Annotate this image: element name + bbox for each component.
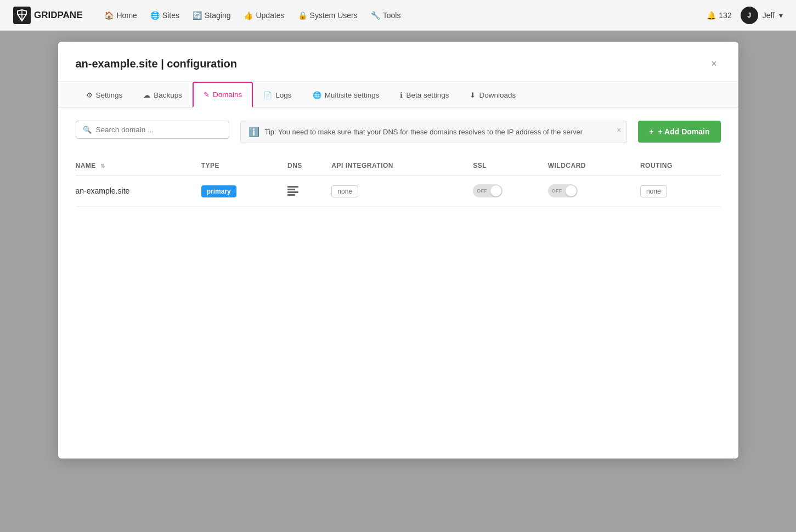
col-name: NAME ⇅ xyxy=(76,156,201,176)
nav-tools[interactable]: 🔧 Tools xyxy=(371,11,401,20)
nav-right: 🔔 132 J Jeff ▾ xyxy=(707,7,783,24)
ssl-toggle-knob xyxy=(490,185,501,196)
backups-icon: ☁ xyxy=(143,91,150,99)
nav-staging[interactable]: 🔄 Staging xyxy=(193,11,230,20)
logs-icon: 📄 xyxy=(263,91,272,99)
user-name: Jeff xyxy=(763,11,775,20)
table-body: an-example.site primary xyxy=(76,176,721,207)
staging-icon: 🔄 xyxy=(193,11,202,20)
configuration-modal: an-example.site | configuration × ⚙ Sett… xyxy=(58,42,738,459)
bell-icon: 🔔 xyxy=(707,11,716,20)
dns-line-1 xyxy=(287,186,298,188)
domain-toolbar: 🔍 ℹ️ Tip: You need to make sure that you… xyxy=(76,121,721,143)
cell-type: primary xyxy=(201,176,287,207)
cell-ssl: OFF xyxy=(473,176,548,207)
downloads-icon: ⬇ xyxy=(470,91,476,99)
modal-body: 🔍 ℹ️ Tip: You need to make sure that you… xyxy=(58,107,738,220)
wildcard-toggle-knob xyxy=(566,185,577,196)
logo[interactable]: GRIDPANE xyxy=(13,7,82,24)
modal-title: an-example.site | configuration xyxy=(76,58,238,70)
search-input[interactable] xyxy=(96,126,222,134)
search-box[interactable]: 🔍 xyxy=(76,121,229,139)
nav-system-users[interactable]: 🔒 System Users xyxy=(298,11,358,20)
domain-table: NAME ⇅ TYPE DNS API INTEGRATION xyxy=(76,156,721,207)
cell-routing: none xyxy=(640,176,721,207)
modal-overlay: an-example.site | configuration × ⚙ Sett… xyxy=(0,31,796,532)
dns-line-2 xyxy=(287,189,295,190)
wildcard-toggle-label: OFF xyxy=(552,188,562,194)
beta-icon: ℹ xyxy=(400,91,403,99)
top-navigation: GRIDPANE 🏠 Home 🌐 Sites 🔄 Staging 👍 Upda… xyxy=(0,0,796,31)
col-wildcard: WILDCARD xyxy=(548,156,640,176)
tip-text: Tip: You need to make sure that your DNS… xyxy=(265,128,583,136)
col-routing: ROUTING xyxy=(640,156,721,176)
close-icon: × xyxy=(711,58,717,70)
user-menu-button[interactable]: J Jeff ▾ xyxy=(741,7,783,24)
add-domain-button[interactable]: + + Add Domain xyxy=(638,121,720,143)
routing-badge[interactable]: none xyxy=(640,185,667,197)
modal-header: an-example.site | configuration × xyxy=(58,42,738,82)
notification-count: 132 xyxy=(719,11,731,20)
tab-beta[interactable]: ℹ Beta settings xyxy=(389,83,459,107)
nav-home[interactable]: 🏠 Home xyxy=(104,11,137,20)
tab-downloads[interactable]: ⬇ Downloads xyxy=(459,83,526,107)
tab-multisite[interactable]: 🌐 Multisite settings xyxy=(302,83,390,107)
api-badge[interactable]: none xyxy=(331,185,358,197)
cell-dns xyxy=(287,176,331,207)
col-dns: DNS xyxy=(287,156,331,176)
cell-name: an-example.site xyxy=(76,176,201,207)
wildcard-toggle[interactable]: OFF xyxy=(548,184,578,197)
notifications-button[interactable]: 🔔 132 xyxy=(707,11,731,20)
dns-line-4 xyxy=(287,194,295,196)
tab-settings[interactable]: ⚙ Settings xyxy=(76,83,133,107)
type-badge: primary xyxy=(201,185,236,197)
logo-text: GRIDPANE xyxy=(34,10,82,21)
info-icon: ℹ️ xyxy=(249,127,259,137)
tab-domains[interactable]: ✎ Domains xyxy=(193,82,253,107)
search-icon: 🔍 xyxy=(83,126,92,134)
chevron-down-icon: ▾ xyxy=(779,11,783,20)
col-api: API INTEGRATION xyxy=(331,156,473,176)
close-button[interactable]: × xyxy=(708,57,721,70)
sort-icon[interactable]: ⇅ xyxy=(100,163,105,169)
sites-icon: 🌐 xyxy=(150,11,160,20)
tip-box: ℹ️ Tip: You need to make sure that your … xyxy=(240,121,628,143)
user-avatar: J xyxy=(741,7,758,24)
plus-icon: + xyxy=(649,127,653,136)
tip-close-button[interactable]: × xyxy=(617,126,621,134)
table-header: NAME ⇅ TYPE DNS API INTEGRATION xyxy=(76,156,721,176)
updates-icon: 👍 xyxy=(244,11,253,20)
tab-logs[interactable]: 📄 Logs xyxy=(253,83,302,107)
nav-updates[interactable]: 👍 Updates xyxy=(244,11,284,20)
cell-api: none xyxy=(331,176,473,207)
tab-bar: ⚙ Settings ☁ Backups ✎ Domains 📄 Logs 🌐 … xyxy=(58,82,738,107)
domains-icon: ✎ xyxy=(204,90,210,99)
dns-line-3 xyxy=(287,191,298,193)
col-ssl: SSL xyxy=(473,156,548,176)
home-icon: 🏠 xyxy=(104,11,114,20)
col-type: TYPE xyxy=(201,156,287,176)
dns-icon[interactable] xyxy=(287,186,325,196)
tab-backups[interactable]: ☁ Backups xyxy=(133,83,193,107)
table-row: an-example.site primary xyxy=(76,176,721,207)
ssl-toggle-label: OFF xyxy=(477,188,487,194)
settings-icon: ⚙ xyxy=(86,91,93,99)
multisite-icon: 🌐 xyxy=(313,91,321,99)
nav-links: 🏠 Home 🌐 Sites 🔄 Staging 👍 Updates 🔒 Sys… xyxy=(104,11,691,20)
tools-icon: 🔧 xyxy=(371,11,380,20)
ssl-toggle[interactable]: OFF xyxy=(473,184,503,197)
system-users-icon: 🔒 xyxy=(298,11,307,20)
nav-sites[interactable]: 🌐 Sites xyxy=(150,11,179,20)
cell-wildcard: OFF xyxy=(548,176,640,207)
